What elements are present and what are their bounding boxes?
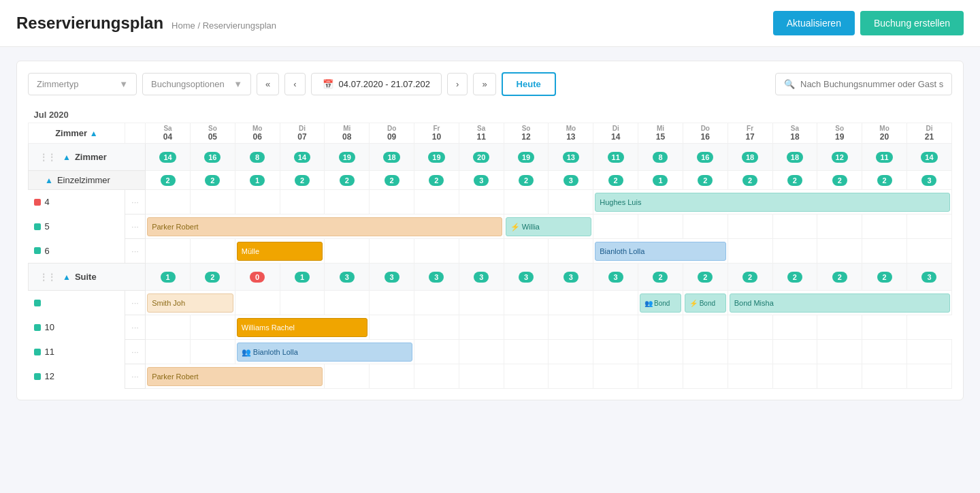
mulle-bar[interactable]: Mülle	[237, 242, 323, 261]
zimmer-label: Zimmer	[75, 152, 107, 162]
einzelzimmer-toggle[interactable]: ▲	[45, 176, 53, 185]
room-5-label: 5	[29, 214, 125, 239]
room-12-menu[interactable]: ···	[125, 364, 145, 389]
day-mo20: Mo20	[862, 123, 907, 144]
nav-prev-button[interactable]: ‹	[284, 73, 305, 95]
zimmer-group-row: ⋮⋮ ▲ Zimmer 14 16 8 14 19 18 19 20	[29, 144, 952, 171]
zimmer-toggle[interactable]: ▲	[63, 153, 71, 162]
nav-next-button[interactable]: ›	[447, 73, 468, 95]
room-10-menu[interactable]: ···	[125, 315, 145, 340]
smith-joh-bar[interactable]: Smith Joh	[147, 293, 233, 313]
parker-robert-room12-bar[interactable]: Parker Robert	[147, 367, 323, 386]
main-content: Zimmertyp ▼ Buchungsoptionen ▼ « ‹ 📅 04.…	[0, 47, 980, 414]
calendar-table: Jul 2020 Zimmer ▲ Sa04 So05 Mo06 Di07 Mi…	[28, 107, 952, 389]
date-range-text: 04.07.2020 - 21.07.202	[339, 79, 430, 89]
zimmer-count-15: 12	[817, 144, 862, 171]
hughes-luis-booking[interactable]: Hughes Luis	[593, 190, 952, 214]
room-6-row: 6 ··· Mülle	[29, 239, 952, 264]
bianloth-lolla-room11-booking[interactable]: 👥 Bianloth Lolla	[235, 340, 414, 364]
bond-misha-booking[interactable]: Bond Misha	[728, 291, 951, 315]
zimmer-count-17: 14	[906, 144, 951, 171]
bianloth-lolla-room6-booking[interactable]: Bianloth Lolla	[593, 239, 728, 264]
drag-handle-suite[interactable]: ⋮⋮	[39, 272, 56, 282]
room-10-number: 10	[45, 322, 54, 332]
bianloth-lolla-room11-bar[interactable]: 👥 Bianloth Lolla	[237, 343, 412, 362]
search-input[interactable]	[800, 79, 943, 89]
nav-last-button[interactable]: »	[473, 73, 495, 95]
bond-2-bar[interactable]: ⚡ Bond	[685, 293, 726, 313]
zimmer-count-16: 11	[862, 144, 907, 171]
breadcrumb: Home / Reservierungsplan	[172, 20, 276, 31]
bond-1-booking[interactable]: 👥 Bond	[638, 291, 683, 315]
room-11-menu[interactable]: ···	[125, 340, 145, 364]
search-icon: 🔍	[784, 79, 795, 89]
bond-1-bar[interactable]: 👥 Bond	[640, 293, 681, 313]
parker-robert-room5-bar[interactable]: Parker Robert	[147, 217, 502, 236]
room-5-number: 5	[45, 221, 50, 232]
drag-handle-zimmer[interactable]: ⋮⋮	[39, 153, 56, 162]
room-4-label: 4	[29, 190, 125, 214]
parker-robert-room12-booking[interactable]: Parker Robert	[146, 364, 325, 389]
calendar-icon: 📅	[323, 79, 333, 89]
williams-rachel-booking[interactable]: Williams Rachel	[235, 315, 369, 340]
room-6-dot	[34, 247, 41, 254]
suite-dot-1	[34, 300, 41, 306]
day-do09: Do09	[370, 123, 414, 144]
day-so05: So05	[190, 123, 235, 144]
suite-toggle[interactable]: ▲	[63, 272, 71, 282]
parker-robert-room5-booking[interactable]: Parker Robert	[146, 214, 504, 239]
room-6-label: 6	[29, 239, 125, 264]
room-12-label: 12	[29, 364, 125, 389]
zimmer-count-5: 18	[370, 144, 414, 171]
room-4-row: 4 ···	[29, 190, 952, 214]
mulle-booking[interactable]: Mülle	[235, 239, 325, 264]
room-10-dot	[34, 324, 41, 331]
room-type-select[interactable]: Zimmertyp ▼	[28, 73, 137, 95]
nav-first-button[interactable]: «	[257, 73, 279, 95]
room-4-number: 4	[45, 197, 50, 207]
zimmer-count-8: 19	[504, 144, 549, 171]
room-type-label: Zimmertyp	[37, 79, 78, 89]
einzelzimmer-text: Einzelzimmer	[57, 175, 110, 185]
suite-unlabeled-label	[29, 291, 125, 315]
suite-label: Suite	[75, 272, 97, 282]
date-range-display[interactable]: 📅 04.07.2020 - 21.07.202	[311, 73, 442, 95]
day-mo13: Mo13	[549, 123, 593, 144]
zimmer-count-4: 19	[325, 144, 370, 171]
room-5-dot	[34, 223, 41, 230]
bianloth-lolla-room6-bar[interactable]: Bianloth Lolla	[595, 242, 725, 261]
zimmer-count-11: 8	[638, 144, 683, 171]
zimmer-count-9: 13	[549, 144, 593, 171]
room-4-menu[interactable]: ···	[125, 190, 145, 214]
williams-rachel-bar[interactable]: Williams Rachel	[237, 318, 368, 337]
bond-misha-bar[interactable]: Bond Misha	[730, 293, 950, 313]
day-mi15: Mi15	[638, 123, 683, 144]
room-5-menu[interactable]: ···	[125, 214, 145, 239]
williams-room5-bar[interactable]: ⚡ Willia	[506, 217, 592, 236]
booking-options-arrow: ▼	[233, 79, 242, 89]
hughes-luis-bar[interactable]: Hughes Luis	[595, 193, 950, 212]
room-12-dot	[34, 373, 41, 380]
day-fr17: Fr17	[728, 123, 772, 144]
update-button[interactable]: Aktualisieren	[773, 11, 855, 35]
zimmer-count-2: 8	[235, 144, 280, 171]
day-header-row: Zimmer ▲ Sa04 So05 Mo06 Di07 Mi08 Do09 F…	[29, 123, 952, 144]
create-booking-button[interactable]: Buchung erstellen	[860, 11, 964, 35]
reservations-panel: Zimmertyp ▼ Buchungsoptionen ▼ « ‹ 📅 04.…	[16, 61, 964, 400]
day-sa04: Sa04	[146, 123, 191, 144]
booking-options-select[interactable]: Buchungsoptionen ▼	[142, 73, 251, 95]
room-column-header: Zimmer ▲	[29, 123, 125, 144]
room-6-menu[interactable]: ···	[125, 239, 145, 264]
zimmer-group-label: ⋮⋮ ▲ Zimmer	[29, 144, 146, 171]
williams-room5-booking[interactable]: ⚡ Willia	[504, 214, 593, 239]
breadcrumb-home[interactable]: Home	[172, 20, 195, 31]
day-di21: Di21	[906, 123, 951, 144]
suite-menu-1[interactable]: ···	[125, 291, 145, 315]
bond-2-booking[interactable]: ⚡ Bond	[683, 291, 728, 315]
zimmer-count-13: 18	[728, 144, 772, 171]
day-so19: So19	[817, 123, 862, 144]
smith-joh-booking[interactable]: Smith Joh	[146, 291, 235, 315]
room-12-row: 12 ··· Parker Robert	[29, 364, 952, 389]
day-mi08: Mi08	[325, 123, 370, 144]
today-button[interactable]: Heute	[502, 72, 556, 96]
